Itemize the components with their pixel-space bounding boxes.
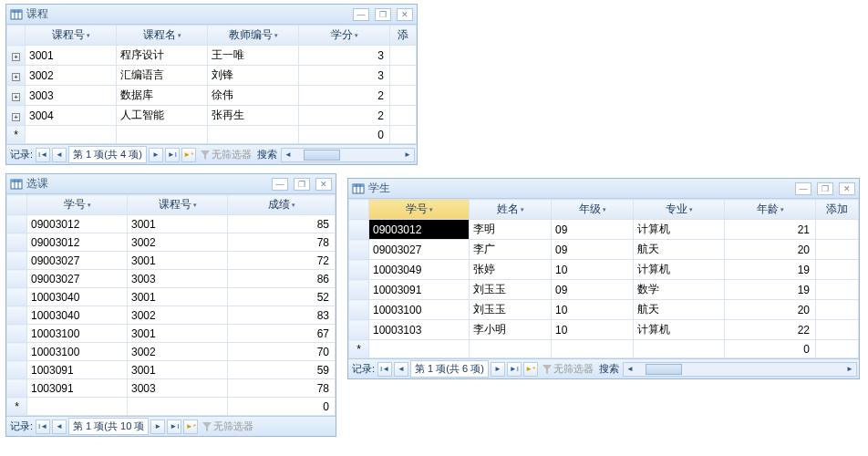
cell[interactable] [816,320,859,340]
col-year[interactable]: 年级▾ [552,200,634,220]
cell-grade[interactable]: 67 [228,325,336,343]
cell-major[interactable]: 数学 [634,280,725,300]
cell-student-id[interactable]: 10003103 [369,320,470,340]
cell[interactable] [390,126,417,144]
col-age[interactable]: 年龄▾ [725,200,816,220]
new-row-marker[interactable]: * [7,398,27,416]
cell-credit[interactable]: 2 [299,86,390,106]
cell[interactable] [390,86,417,106]
cell-student-id[interactable]: 10003049 [369,260,470,280]
row-selector[interactable] [7,270,27,288]
row-selector[interactable] [7,288,27,306]
cell[interactable] [816,340,859,358]
cell-major[interactable]: 计算机 [634,220,725,240]
cell-course-id[interactable]: 3003 [128,379,228,398]
cell-major[interactable]: 计算机 [634,260,725,280]
cell-student-id[interactable]: 1003091 [27,379,128,398]
row-selector[interactable] [7,325,27,343]
cell[interactable] [816,220,859,240]
cell-teacher[interactable]: 王一唯 [208,46,299,66]
col-course-id[interactable]: 课程号▾ [128,195,228,215]
cell-course-id[interactable]: 3002 [26,66,117,86]
cell-student-id[interactable]: 10003091 [369,280,470,300]
cell[interactable] [816,300,859,320]
cell-name[interactable]: 李小明 [470,320,552,340]
cell-student-id[interactable]: 10003100 [369,300,470,320]
close-button[interactable]: ✕ [397,8,413,21]
close-button[interactable]: ✕ [839,182,855,195]
nav-new[interactable]: ►* [183,420,198,434]
h-scrollbar[interactable]: ◄► [623,362,857,377]
expand-toggle[interactable]: + [7,46,26,66]
cell-course-id[interactable]: 3001 [128,215,228,233]
maximize-button[interactable]: ❐ [294,178,310,191]
col-add[interactable]: 添加 [816,200,859,220]
nav-next[interactable]: ► [491,362,505,377]
scroll-thumb[interactable] [646,364,682,375]
cell-credit[interactable]: 3 [299,66,390,86]
row-selector[interactable] [7,215,27,233]
cell-grade[interactable]: 72 [228,252,336,270]
row-selector-header[interactable] [7,195,27,215]
row-selector[interactable] [7,252,27,270]
row-selector-header[interactable] [7,26,26,46]
cell-credit[interactable]: 2 [299,106,390,126]
cell-teacher[interactable]: 徐伟 [208,86,299,106]
expand-toggle[interactable]: + [7,66,26,86]
cell-name[interactable]: 刘玉玉 [470,280,552,300]
col-grade[interactable]: 成绩▾ [228,195,336,215]
cell-age[interactable]: 22 [725,320,816,340]
cell-grade[interactable]: 70 [228,343,336,361]
cell-name[interactable]: 张婷 [470,260,552,280]
nav-last[interactable]: ►I [165,148,180,162]
cell-course-name[interactable]: 人工智能 [117,106,208,126]
nav-first[interactable]: I◄ [36,420,50,434]
cell-age[interactable]: 19 [725,260,816,280]
cell[interactable] [390,46,417,66]
cell-course-id[interactable]: 3003 [128,270,228,288]
row-selector[interactable] [7,233,27,252]
cell-student-id[interactable]: 1003091 [27,361,128,379]
cell-course-id[interactable]: 3001 [128,325,228,343]
cell-course-id[interactable]: 3001 [128,361,228,379]
cell-grade[interactable]: 78 [228,233,336,252]
row-selector-header[interactable] [349,200,369,220]
cell[interactable]: 0 [299,126,390,144]
col-add[interactable]: 添 [390,26,417,46]
cell-teacher[interactable]: 张再生 [208,106,299,126]
row-selector[interactable] [349,220,369,240]
cell-course-id[interactable]: 3002 [128,233,228,252]
cell-student-id[interactable]: 09003012 [27,233,128,252]
col-name[interactable]: 姓名▾ [470,200,552,220]
cell-course-id[interactable]: 3003 [26,86,117,106]
titlebar-course[interactable]: 课程 — ❐ ✕ [6,5,417,25]
cell-course-id[interactable]: 3001 [128,252,228,270]
cell[interactable] [369,340,470,358]
cell[interactable] [470,340,552,358]
nav-prev[interactable]: ◄ [394,362,408,377]
cell-course-name[interactable]: 程序设计 [117,46,208,66]
row-selector[interactable] [7,343,27,361]
minimize-button[interactable]: — [795,182,811,195]
row-selector[interactable] [349,320,369,340]
cell-student-id[interactable]: 10003100 [27,343,128,361]
cell-grade[interactable]: 85 [228,215,336,233]
maximize-button[interactable]: ❐ [375,8,391,21]
cell-year[interactable]: 09 [552,280,634,300]
cell-name[interactable]: 李明 [470,220,552,240]
cell-year[interactable]: 10 [552,300,634,320]
cell-year[interactable]: 09 [552,220,634,240]
cell-student-id[interactable]: 10003040 [27,288,128,306]
minimize-button[interactable]: — [272,178,288,191]
row-selector[interactable] [7,361,27,379]
cell-student-id[interactable]: 09003012 [369,220,470,240]
cell-grade[interactable]: 59 [228,361,336,379]
cell[interactable] [634,340,725,358]
cell-name[interactable]: 李广 [470,240,552,260]
cell-student-id[interactable]: 09003027 [27,252,128,270]
col-course-name[interactable]: 课程名▾ [117,26,208,46]
cell-course-id[interactable]: 3002 [128,306,228,325]
expand-toggle[interactable]: + [7,86,26,106]
nav-prev[interactable]: ◄ [52,420,67,434]
cell-course-name[interactable]: 数据库 [117,86,208,106]
